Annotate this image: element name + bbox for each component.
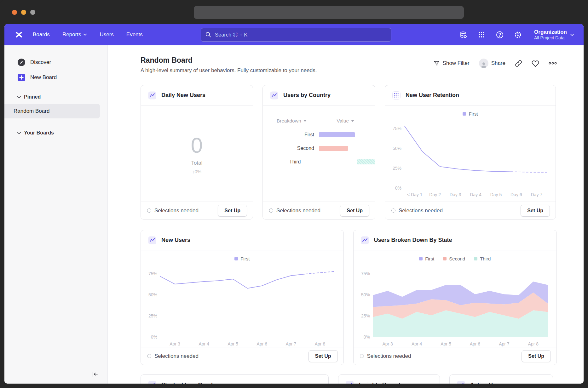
set-up-button[interactable]: Set Up <box>308 350 338 362</box>
set-up-button[interactable]: Set Up <box>218 205 247 217</box>
legend-item: First <box>419 256 434 261</box>
card-footer: Selections needed Set Up <box>141 347 343 365</box>
show-filter-button[interactable]: Show Filter <box>433 60 470 67</box>
svg-text:25%: 25% <box>148 313 157 318</box>
chart-legend: First <box>389 110 551 117</box>
org-switcher[interactable]: Organization All Project Data <box>534 29 574 41</box>
insights-chart-icon <box>457 380 465 384</box>
selections-needed-status: Selections needed <box>360 353 411 359</box>
favorite-button[interactable] <box>532 60 539 67</box>
card-header: New User Retention <box>385 85 556 106</box>
nav-item-users[interactable]: Users <box>100 31 113 38</box>
card-users-by-country: Users by Country Breakdown Value <box>262 85 375 220</box>
mixpanel-logo[interactable] <box>13 29 25 40</box>
svg-text:Day 5: Day 5 <box>490 192 502 197</box>
sidebar-section-your-boards: Your Boards <box>4 127 107 139</box>
card-title: New User Retention <box>406 92 459 99</box>
breakdown-dropdown[interactable]: Breakdown <box>277 118 307 124</box>
share-button[interactable]: Share <box>479 59 505 68</box>
svg-text:Apr 6: Apr 6 <box>257 341 268 346</box>
card-footer: Selections needed Set Up <box>354 347 557 365</box>
bar-third <box>357 159 375 164</box>
svg-text:Apr 8: Apr 8 <box>315 341 326 346</box>
org-text: Organization All Project Data <box>534 29 567 41</box>
breakdown-row: First <box>263 132 375 138</box>
sidebar-item-label: Discover <box>30 59 51 66</box>
set-up-button[interactable]: Set Up <box>521 205 550 217</box>
nav-item-label: Events <box>126 31 143 38</box>
card-header: Daily New Users <box>141 85 253 106</box>
insights-chart-icon <box>360 236 369 245</box>
more-options-button[interactable] <box>549 62 557 65</box>
svg-text:0%: 0% <box>363 334 370 340</box>
nav-item-reports[interactable]: Reports <box>62 31 87 38</box>
breakdown-row: Second <box>263 146 375 151</box>
kpi-label: Total <box>191 160 203 166</box>
help-icon[interactable] <box>496 31 504 39</box>
svg-text:50%: 50% <box>148 292 157 297</box>
data-management-icon[interactable] <box>459 31 467 39</box>
url-bar[interactable] <box>194 6 464 19</box>
svg-text:25%: 25% <box>361 313 370 318</box>
close-window-button[interactable] <box>12 10 17 15</box>
svg-text:25%: 25% <box>393 166 401 171</box>
apps-grid-icon[interactable] <box>477 31 486 39</box>
svg-text:75%: 75% <box>393 126 401 131</box>
legend-swatch <box>234 257 238 260</box>
svg-text:Apr 3: Apr 3 <box>170 341 180 346</box>
collapse-sidebar-button[interactable] <box>90 370 99 379</box>
retention-grid-icon <box>392 91 401 100</box>
selections-needed-status: Selections needed <box>391 208 443 214</box>
collapse-sidebar-icon <box>91 370 99 378</box>
selections-needed-status: Selections needed <box>147 208 199 214</box>
selections-needed-status: Selections needed <box>147 353 199 359</box>
legend-label: Third <box>480 256 491 261</box>
breakdown-label: Breakdown <box>277 118 301 124</box>
nav-item-label: Boards <box>33 31 50 38</box>
sidebar-item-random-board[interactable]: Random Board <box>4 104 100 118</box>
value-dropdown[interactable]: Value <box>337 118 355 124</box>
minimize-window-button[interactable] <box>21 10 26 15</box>
card-daily-new-users: Daily New Users 0 Total ↑0% Selections n… <box>141 85 253 220</box>
insights-chart-icon <box>148 236 157 245</box>
card-title: Stacked Line Graph <box>161 382 215 384</box>
org-name: Organization <box>534 29 567 35</box>
nav-item-events[interactable]: Events <box>126 31 143 38</box>
set-up-button[interactable]: Set Up <box>522 350 551 362</box>
sidebar-item-new-board[interactable]: New Board <box>4 70 107 85</box>
copy-link-button[interactable] <box>515 60 522 67</box>
row-label: First <box>263 132 314 138</box>
nav-links: Boards Reports Users Events <box>33 31 143 38</box>
nav-item-boards[interactable]: Boards <box>33 31 50 38</box>
chevron-down-icon <box>83 33 87 36</box>
legend-swatch <box>443 257 447 260</box>
sidebar-section-pinned: Pinned Random Board <box>4 91 107 118</box>
show-filter-label: Show Filter <box>443 60 470 66</box>
chevron-down-icon <box>570 33 574 36</box>
legend-label: First <box>425 256 434 261</box>
org-scope: All Project Data <box>534 35 567 41</box>
card-header: New Users <box>141 230 343 250</box>
card-header: Users Broken Down By State <box>354 230 557 250</box>
link-icon <box>515 60 522 67</box>
your-boards-section-toggle[interactable]: Your Boards <box>4 127 107 139</box>
search-input[interactable] <box>201 28 391 42</box>
chevron-down-icon <box>17 132 21 134</box>
cards-row-1: Daily New Users 0 Total ↑0% Selections n… <box>141 85 557 220</box>
svg-text:50%: 50% <box>393 146 401 151</box>
svg-text:Apr 4: Apr 4 <box>411 341 422 346</box>
insights-chart-icon <box>270 91 279 100</box>
svg-text:Apr 7: Apr 7 <box>286 341 297 346</box>
sidebar-item-discover[interactable]: Discover <box>4 55 107 70</box>
settings-gear-icon[interactable] <box>514 31 522 39</box>
line-chart-preview: First 75%50%25%0%Apr 3Apr 4Apr 5Apr 6Apr… <box>141 250 343 347</box>
status-label: Selections needed <box>399 208 443 214</box>
board-actions: Show Filter Share <box>433 59 557 68</box>
section-label: Pinned <box>24 94 41 100</box>
card-footer: Selections needed Set Up <box>385 202 556 219</box>
pinned-section-toggle[interactable]: Pinned <box>4 91 107 103</box>
ellipsis-icon <box>549 62 557 65</box>
set-up-button[interactable]: Set Up <box>340 205 369 217</box>
zoom-window-button[interactable] <box>30 10 35 15</box>
card-title: New Users <box>161 237 190 243</box>
